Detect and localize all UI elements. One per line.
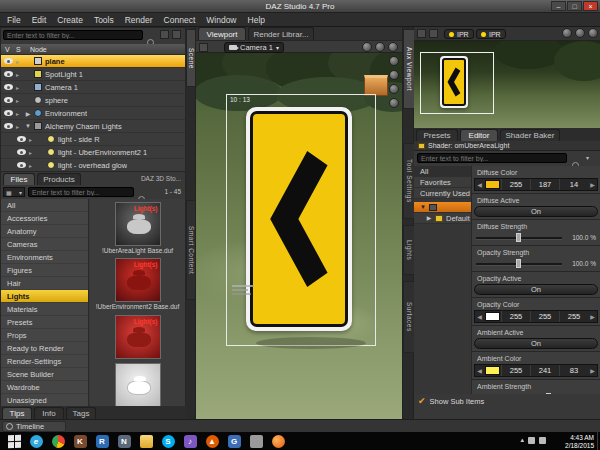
node-label[interactable]: Camera 1 <box>45 83 78 92</box>
taskbar-icon[interactable]: e <box>26 434 46 448</box>
menu-edit[interactable]: Edit <box>32 15 47 25</box>
visibility-eye-icon[interactable] <box>4 58 13 64</box>
param-slider[interactable]: 200.0 % <box>474 392 598 394</box>
select-pointer-icon[interactable]: ▸ <box>16 58 22 65</box>
node-label[interactable]: light - UberEnvironment2 1 <box>58 148 147 157</box>
taskbar-icon[interactable] <box>48 434 68 448</box>
pane-options-icon[interactable] <box>199 43 208 52</box>
thumbnail[interactable]: Light(s) <box>115 258 161 302</box>
color-value-g[interactable]: 241 <box>530 365 559 376</box>
taskbar-icon[interactable] <box>246 434 266 448</box>
content-item[interactable]: Light(s) !UberEnvironment2 Base.duf <box>90 258 185 310</box>
select-pointer-icon[interactable]: ▸ <box>16 97 22 104</box>
taskbar-icon[interactable] <box>136 434 156 448</box>
menu-connect[interactable]: Connect <box>164 15 196 25</box>
tray-expand-icon[interactable]: ▴ <box>520 436 524 444</box>
toggle-button[interactable]: On <box>474 284 598 295</box>
color-value-b[interactable]: 14 <box>559 179 588 190</box>
decrement-icon[interactable]: ◀ <box>475 365 484 376</box>
node-label[interactable]: light - overhead glow <box>58 161 127 170</box>
node-label[interactable]: Environment <box>45 109 87 118</box>
surface-default[interactable]: ▶ Default <box>414 213 471 224</box>
color-value-row[interactable]: ◀ 255 255 255 ▶ <box>474 310 598 323</box>
tab-scene[interactable]: Scene <box>186 29 196 87</box>
visibility-eye-icon[interactable] <box>17 136 26 142</box>
category-figures[interactable]: Figures <box>1 264 88 277</box>
ipr-button-1[interactable]: IPR <box>444 29 474 39</box>
tray-icon[interactable] <box>528 437 535 444</box>
surface-filter-input[interactable] <box>417 153 567 163</box>
menu-create[interactable]: Create <box>57 15 83 25</box>
scene-filter-input[interactable] <box>3 30 143 40</box>
color-swatch[interactable] <box>485 312 500 321</box>
expand-caret-icon[interactable]: ▼ <box>25 123 31 129</box>
increment-icon[interactable]: ▶ <box>588 311 597 322</box>
taskbar-icon[interactable]: S <box>158 434 178 448</box>
visibility-eye-icon[interactable] <box>17 162 26 168</box>
node-label[interactable]: plane <box>45 57 65 66</box>
slider-handle[interactable] <box>546 393 551 394</box>
node-label[interactable]: SpotLight 1 <box>45 70 83 79</box>
tab-shader-baker[interactable]: Shader Baker <box>500 129 560 141</box>
expand-caret-icon[interactable]: ▶ <box>25 110 31 117</box>
zoom-control-icon[interactable] <box>389 98 399 108</box>
visibility-eye-icon[interactable] <box>17 149 26 155</box>
taskbar-icon[interactable]: ♪ <box>180 434 200 448</box>
surface-filter-currently-used[interactable]: Currently Used <box>414 188 471 199</box>
color-value-g[interactable]: 255 <box>530 311 559 322</box>
tab-files[interactable]: Files <box>3 173 35 185</box>
column-visibility[interactable]: V <box>5 46 10 53</box>
scene-node-sphere[interactable]: ▸sphere <box>1 94 185 107</box>
category-all[interactable]: All <box>1 199 88 212</box>
menu-window[interactable]: Window <box>206 15 236 25</box>
tab-smart-content[interactable]: Smart Content <box>186 200 196 300</box>
tab-tips[interactable]: Tips <box>2 407 32 419</box>
select-pointer-icon[interactable]: ▸ <box>29 136 35 143</box>
surface-filter-favorites[interactable]: Favorites <box>414 177 471 188</box>
decrement-icon[interactable]: ◀ <box>475 179 484 190</box>
color-value-row[interactable]: ◀ 255 241 83 ▶ <box>474 364 598 377</box>
color-value-r[interactable]: 255 <box>501 179 530 190</box>
surface-filter-all[interactable]: All <box>414 166 471 177</box>
color-value-g[interactable]: 187 <box>530 179 559 190</box>
select-pointer-icon[interactable]: ▸ <box>29 162 35 169</box>
title-bar[interactable]: DAZ Studio 4.7 Pro – □ × <box>0 0 600 13</box>
category-props[interactable]: Props <box>1 329 88 342</box>
camera-selector[interactable]: Camera 1 ▾ <box>224 42 284 53</box>
menu-file[interactable]: File <box>7 15 21 25</box>
select-pointer-icon[interactable]: ▸ <box>29 149 35 156</box>
category-presets[interactable]: Presets <box>1 316 88 329</box>
thumbnail[interactable] <box>115 363 161 407</box>
category-environments[interactable]: Environments <box>1 251 88 264</box>
taskbar-icon[interactable]: N <box>114 434 134 448</box>
aux-eye-icon[interactable] <box>417 29 426 38</box>
color-swatch[interactable] <box>485 366 500 375</box>
taskbar-icon[interactable] <box>268 434 288 448</box>
category-wardrobe[interactable]: Wardrobe <box>1 381 88 394</box>
aux-viewport-canvas[interactable] <box>414 41 600 128</box>
filter-options-icon[interactable] <box>160 30 169 39</box>
color-swatch[interactable] <box>485 180 500 189</box>
slider-handle[interactable] <box>516 233 521 242</box>
aux-camera-icon[interactable] <box>562 28 572 38</box>
aux-options-icon[interactable] <box>429 29 438 38</box>
scene-node-light-2[interactable]: ▸light - UberEnvironment2 1 <box>1 146 185 159</box>
color-value-b[interactable]: 255 <box>559 311 588 322</box>
column-node[interactable]: Node <box>30 46 47 53</box>
chevron-down-icon[interactable]: ▾ <box>586 154 589 161</box>
expand-caret-icon[interactable]: ▶ <box>426 213 432 224</box>
color-value-r[interactable]: 255 <box>501 311 530 322</box>
color-value-b[interactable]: 83 <box>559 365 588 376</box>
content-filter-input[interactable] <box>28 187 134 197</box>
visibility-eye-icon[interactable] <box>4 123 13 129</box>
select-pointer-icon[interactable]: ▸ <box>16 84 22 91</box>
draw-style-icon[interactable] <box>362 42 372 52</box>
taskbar-icon[interactable]: ▲ <box>202 434 222 448</box>
scene-node-spotlight[interactable]: ▸SpotLight 1 <box>1 68 185 81</box>
orbit-control-icon[interactable] <box>389 56 399 66</box>
tab-presets[interactable]: Presets <box>416 129 458 141</box>
node-label[interactable]: light - side R <box>58 135 100 144</box>
visibility-eye-icon[interactable] <box>4 97 13 103</box>
param-slider[interactable]: 100.0 % <box>474 258 598 269</box>
select-pointer-icon[interactable]: ▸ <box>16 123 22 130</box>
